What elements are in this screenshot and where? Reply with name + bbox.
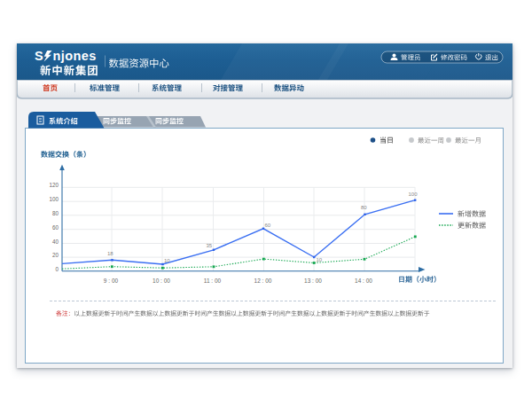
svg-text:60: 60 xyxy=(52,224,59,231)
svg-text:35: 35 xyxy=(207,243,213,248)
svg-text:njones: njones xyxy=(53,49,97,63)
svg-text:40: 40 xyxy=(52,239,59,245)
svg-text:120: 120 xyxy=(49,182,59,188)
svg-text:18: 18 xyxy=(107,251,113,256)
svg-text:11 : 00: 11 : 00 xyxy=(204,278,222,284)
svg-text:20: 20 xyxy=(52,252,59,258)
svg-text:14 : 00: 14 : 00 xyxy=(355,278,372,284)
svg-text:S: S xyxy=(35,49,43,63)
svg-text:10 : 00: 10 : 00 xyxy=(153,278,170,284)
svg-text:12 : 00: 12 : 00 xyxy=(254,278,272,284)
svg-text:100: 100 xyxy=(49,196,59,202)
svg-text:60: 60 xyxy=(265,223,271,228)
svg-text:13 : 00: 13 : 00 xyxy=(304,278,322,284)
svg-text:100: 100 xyxy=(409,192,419,197)
svg-text:10: 10 xyxy=(164,258,170,263)
svg-text:10: 10 xyxy=(317,257,323,262)
svg-text:0: 0 xyxy=(55,266,59,272)
svg-text:80: 80 xyxy=(52,210,59,216)
svg-text:80: 80 xyxy=(361,205,367,210)
svg-text:9 : 00: 9 : 00 xyxy=(104,278,119,284)
